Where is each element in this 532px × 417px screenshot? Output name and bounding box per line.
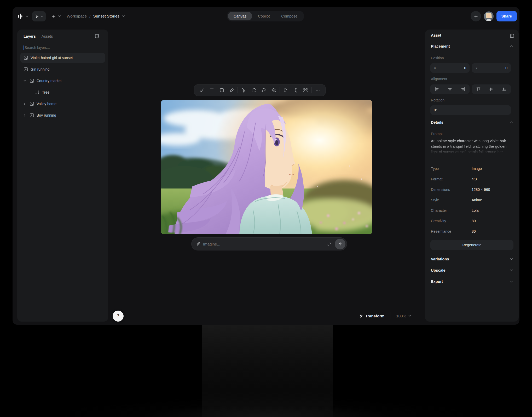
status-divider (390, 312, 390, 319)
align-center-vertical-icon[interactable] (485, 87, 498, 92)
align-bottom-icon[interactable] (498, 87, 511, 92)
shape-icon[interactable] (218, 86, 226, 94)
toolbar-divider (238, 87, 238, 93)
layer-row-tree[interactable]: Tree (20, 87, 105, 97)
align-center-horizontal-icon[interactable] (443, 87, 456, 92)
detail-row-dimensions: Dimensions 1280 × 960 (431, 184, 513, 195)
chevron-down-icon[interactable] (510, 281, 513, 283)
search-layers-input[interactable] (25, 45, 102, 50)
layer-row-girl-running[interactable]: Girl running (20, 64, 105, 74)
detail-row-resemlance: Resemlance 80 (431, 226, 513, 237)
imagine-input[interactable] (203, 242, 323, 246)
position-x-field[interactable]: X 0 (430, 63, 470, 73)
chevron-up-icon[interactable] (510, 121, 513, 123)
more-icon[interactable] (314, 86, 322, 94)
chevron-down-icon (408, 315, 411, 317)
zoom-control[interactable]: 100% (396, 314, 411, 318)
text-icon[interactable] (208, 86, 216, 94)
marquee-icon[interactable] (250, 86, 258, 94)
eraser-icon[interactable] (228, 86, 236, 94)
logo-menu-chevron-icon[interactable] (26, 15, 28, 17)
expand-icon[interactable] (327, 242, 331, 246)
prompt-label: Prompt (431, 132, 443, 136)
chevron-up-icon[interactable] (510, 45, 513, 47)
magic-select-icon[interactable] (240, 86, 248, 94)
paperclip-icon[interactable] (196, 242, 201, 246)
asset-panel: Asset Placement Position X 0 Y 0 Alignme… (425, 30, 519, 322)
detail-row-character: Character Lola (431, 205, 513, 216)
tab-compose[interactable]: Compose (275, 12, 303, 20)
chevron-right-icon[interactable] (24, 114, 27, 117)
pose-icon[interactable] (292, 86, 300, 94)
project-chevron-icon[interactable] (122, 15, 125, 17)
add-asset-chevron-icon[interactable] (58, 15, 61, 17)
toolbar-divider (311, 87, 312, 93)
layer-row-boy-running[interactable]: Boy running (20, 110, 105, 120)
submit-prompt-button[interactable] (335, 239, 345, 249)
align-top-icon[interactable] (472, 87, 485, 92)
regenerate-button[interactable]: Regenerate (430, 240, 513, 250)
detail-value: Anime (472, 198, 482, 202)
chevron-down-icon[interactable] (24, 80, 27, 82)
breadcrumb-project[interactable]: Sunset Stories (93, 14, 120, 19)
zoom-value: 100% (396, 314, 406, 318)
collapse-right-panel-icon[interactable] (509, 33, 514, 39)
detail-row-format: Format 4:3 (431, 174, 513, 184)
breadcrumb-workspace[interactable]: Workspace (67, 14, 87, 19)
imagine-bar[interactable] (191, 237, 347, 250)
layer-row-country-market[interactable]: Country market (20, 76, 105, 86)
invite-button[interactable] (471, 11, 481, 21)
chevron-down-icon[interactable] (510, 269, 513, 271)
upscale-section-header[interactable]: Upscale (431, 265, 513, 276)
detail-value: 80 (472, 219, 476, 223)
chevron-right-icon[interactable] (24, 102, 27, 105)
detail-row-type: Type Image (431, 163, 513, 174)
prompt-text[interactable]: An anime-style character with long viole… (431, 138, 513, 155)
detail-value: Lola (472, 208, 478, 213)
align-left-icon[interactable] (430, 87, 443, 92)
transform-button[interactable]: Transform (359, 314, 384, 318)
search-layers-field[interactable] (24, 44, 102, 51)
share-button[interactable]: Share (496, 11, 517, 21)
panel-title: Asset (431, 33, 441, 37)
layer-row-violet-haired-girl[interactable]: Violet-haired girl at sunset (20, 53, 105, 63)
draw-icon[interactable] (198, 86, 206, 94)
position-y-field[interactable]: Y 0 (472, 63, 511, 73)
align-right-icon[interactable] (456, 87, 470, 92)
detail-label: Style (431, 198, 472, 202)
app-logo-icon[interactable] (18, 13, 24, 19)
rotation-field[interactable]: 0° (430, 105, 511, 115)
chevron-down-icon[interactable] (510, 258, 513, 260)
plus-icon (474, 14, 478, 19)
breadcrumb-separator: / (89, 14, 90, 19)
layer-row-valley-home[interactable]: Valley home (20, 99, 105, 109)
avatar[interactable] (484, 12, 494, 21)
tab-layers[interactable]: Layers (24, 34, 36, 38)
add-layer-icon[interactable] (270, 86, 277, 94)
tab-copilot[interactable]: Copilot (252, 12, 275, 20)
top-actions: Share (471, 11, 517, 21)
add-asset-icon[interactable] (51, 14, 56, 19)
lasso-icon[interactable] (260, 86, 268, 94)
rotation-label: Rotation (431, 98, 444, 102)
vector-flag-icon[interactable] (282, 86, 290, 94)
export-section-header[interactable]: Export (431, 276, 513, 287)
alignment-label: Alignment (431, 77, 447, 81)
detail-value: Image (472, 167, 482, 171)
details-header-label: Details (431, 120, 443, 124)
details-section-header[interactable]: Details (431, 120, 513, 124)
arrow-up-icon (338, 242, 343, 246)
horizontal-align-group (430, 84, 470, 94)
detail-label: Dimensions (431, 187, 472, 192)
variations-section-header[interactable]: Variations (431, 253, 513, 265)
canvas-image-violet-haired-girl[interactable] (161, 100, 372, 234)
frame-icon[interactable] (302, 86, 309, 94)
x-label: X (434, 66, 436, 70)
select-tool-button[interactable] (32, 11, 46, 21)
placement-section-header[interactable]: Placement (431, 44, 513, 48)
help-button[interactable]: ? (113, 311, 124, 322)
detail-value: 80 (472, 229, 476, 233)
tab-assets[interactable]: Assets (42, 34, 53, 38)
collapse-left-panel-icon[interactable] (95, 33, 100, 40)
tab-canvas[interactable]: Canvas (228, 12, 252, 20)
